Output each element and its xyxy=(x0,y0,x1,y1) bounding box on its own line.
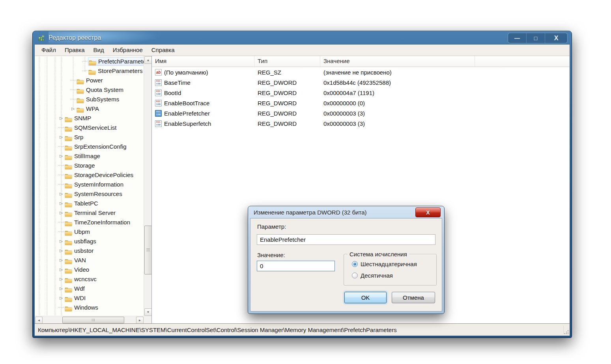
menu-item-Вид[interactable]: Вид xyxy=(89,45,108,56)
value-input[interactable]: 0 xyxy=(257,261,335,271)
tree-item-WDI[interactable]: ▷WDI xyxy=(35,293,151,303)
registry-value-row-BaseTime[interactable]: 011110BaseTimeREG_DWORD0x1d58b44c (49235… xyxy=(152,77,570,88)
tree-item-Windows[interactable]: Windows xyxy=(35,303,151,312)
registry-value-row-EnableSuperfetch[interactable]: 011110EnableSuperfetchREG_DWORD0x0000000… xyxy=(152,118,570,129)
column-header-Значение[interactable]: Значение xyxy=(320,56,475,67)
edit-dword-dialog: Изменение параметра DWORD (32 бита) X Па… xyxy=(248,206,445,314)
expand-collapsed-icon[interactable]: ▷ xyxy=(58,237,64,246)
scroll-down-icon[interactable]: ▼ xyxy=(144,308,152,316)
tree-connector xyxy=(82,66,88,76)
ok-button[interactable]: OK xyxy=(344,292,387,303)
registry-value-row-EnableBootTrace[interactable]: 011110EnableBootTraceREG_DWORD0x00000000… xyxy=(152,98,570,108)
radix-groupbox: Система исчисления Шестнадцатеричная Дес… xyxy=(344,254,437,286)
tree-vscroll-thumb[interactable] xyxy=(144,226,152,274)
expand-collapsed-icon[interactable]: ▷ xyxy=(70,104,76,114)
tree-item-SQMServiceList[interactable]: SQMServiceList xyxy=(35,123,151,133)
minimize-button[interactable]: — xyxy=(508,33,526,43)
tree-item-Power[interactable]: Power xyxy=(35,76,151,85)
expand-collapsed-icon[interactable]: ▷ xyxy=(58,256,64,265)
tree-item-StorageDevicePolicies[interactable]: StorageDevicePolicies xyxy=(35,170,151,180)
menu-item-Избранное[interactable]: Избранное xyxy=(108,45,147,56)
dialog-close-icon[interactable]: X xyxy=(415,207,441,217)
dialog-title-bar[interactable]: Изменение параметра DWORD (32 бита) X xyxy=(248,206,444,218)
tree-item-label: Quota System xyxy=(86,85,123,95)
tree-item-wcncsvc[interactable]: ▷wcncsvc xyxy=(35,274,151,284)
expand-collapsed-icon[interactable]: ▷ xyxy=(58,246,64,256)
close-button[interactable]: X xyxy=(545,33,567,43)
registry-editor-window: Редактор реестра — □ X ФайлПравкаВидИзбр… xyxy=(32,31,572,338)
tree-item-Wdf[interactable]: ▷Wdf xyxy=(35,284,151,293)
column-header-Имя[interactable]: Имя xyxy=(152,56,254,67)
menu-item-Файл[interactable]: Файл xyxy=(37,45,60,56)
tree-item-PrefetchParameters[interactable]: PrefetchParameters xyxy=(35,57,151,66)
dialog-title: Изменение параметра DWORD (32 бита) xyxy=(254,209,367,216)
tree-item-content: StillImage xyxy=(64,152,101,160)
expand-collapsed-icon[interactable]: ▷ xyxy=(58,265,64,274)
expand-collapsed-icon[interactable]: ▷ xyxy=(58,199,64,208)
scroll-up-icon[interactable]: ▲ xyxy=(144,56,152,64)
tree-item-SNMP[interactable]: ▷SNMP xyxy=(35,114,151,123)
title-bar[interactable]: Редактор реестра — □ X xyxy=(33,31,572,44)
tree-item-Quota System[interactable]: Quota System xyxy=(35,85,151,95)
menu-item-Правка[interactable]: Правка xyxy=(60,45,89,56)
tree-item-Srp[interactable]: ▷Srp xyxy=(35,133,151,142)
tree-horizontal-scrollbar[interactable]: ◄ ► xyxy=(35,316,144,323)
scroll-right-icon[interactable]: ► xyxy=(136,317,144,323)
expand-collapsed-icon[interactable]: ▷ xyxy=(58,151,64,161)
tree-item-WPA[interactable]: ▷WPA xyxy=(35,104,151,114)
value-label: Значение: xyxy=(257,252,285,258)
column-header-Тип[interactable]: Тип xyxy=(254,56,320,67)
tree-item-Video[interactable]: ▷Video xyxy=(35,265,151,274)
scroll-left-icon[interactable]: ◄ xyxy=(35,317,43,323)
tree-item-TabletPC[interactable]: ▷TabletPC xyxy=(35,199,151,208)
tree-item-label: Video xyxy=(74,265,89,274)
folder-icon xyxy=(65,125,72,131)
tree-item-label: SrpExtensionConfig xyxy=(74,142,127,151)
content-area: PrefetchParametersStoreParametersPowerQu… xyxy=(35,56,570,323)
radio-hexadecimal[interactable]: Шестнадцатеричная xyxy=(352,261,417,267)
tree-item-label: TabletPC xyxy=(74,199,98,208)
tree-item-SrpExtensionConfig[interactable]: SrpExtensionConfig xyxy=(35,142,151,151)
cancel-button[interactable]: Отмена xyxy=(392,292,435,303)
tree-connector xyxy=(58,303,64,312)
tree-item-SystemResources[interactable]: ▷SystemResources xyxy=(35,189,151,199)
menu-item-Справка[interactable]: Справка xyxy=(147,45,179,56)
tree-item-usbflags[interactable]: ▷usbflags xyxy=(35,237,151,246)
maximize-button[interactable]: □ xyxy=(526,33,545,43)
radio-selected-icon[interactable] xyxy=(352,261,358,267)
tree-item-usbstor[interactable]: ▷usbstor xyxy=(35,246,151,256)
registry-value-row-BootId[interactable]: 011110BootIdREG_DWORD0x000004a7 (1191) xyxy=(152,88,570,98)
value-name-cell: ab(По умолчанию) xyxy=(152,69,254,76)
tree-item-TimeZoneInformation[interactable]: TimeZoneInformation xyxy=(35,218,151,227)
tree-item-Storage[interactable]: Storage xyxy=(35,161,151,170)
expand-collapsed-icon[interactable]: ▷ xyxy=(58,284,64,293)
radio-unselected-icon[interactable] xyxy=(352,273,358,278)
radio-hex-label: Шестнадцатеричная xyxy=(361,261,417,267)
tree-item-StoreParameters[interactable]: StoreParameters xyxy=(35,66,151,76)
tree-item-StillImage[interactable]: ▷StillImage xyxy=(35,151,151,161)
tree-item-Ubpm[interactable]: Ubpm xyxy=(35,227,151,237)
expand-collapsed-icon[interactable]: ▷ xyxy=(58,208,64,218)
folder-icon xyxy=(77,78,84,84)
param-name-field[interactable]: EnablePrefetcher xyxy=(257,234,435,245)
tree-item-SubSystems[interactable]: SubSystems xyxy=(35,95,151,104)
tree-connector xyxy=(58,170,64,180)
registry-value-row-EnablePrefetcher[interactable]: 011110EnablePrefetcherREG_DWORD0x0000000… xyxy=(152,108,570,118)
tree-item-Terminal Server[interactable]: ▷Terminal Server xyxy=(35,208,151,218)
expand-collapsed-icon[interactable]: ▷ xyxy=(58,189,64,199)
folder-icon xyxy=(65,220,72,226)
tree-item-content: SubSystems xyxy=(76,95,120,103)
expand-collapsed-icon[interactable]: ▷ xyxy=(58,114,64,123)
tree-item-VAN[interactable]: ▷VAN xyxy=(35,256,151,265)
registry-value-row-(По умолчанию)[interactable]: ab(По умолчанию)REG_SZ(значение не присв… xyxy=(152,67,570,77)
tree-vertical-scrollbar[interactable]: ▲ ▼ xyxy=(144,56,151,316)
value-type-cell: REG_DWORD xyxy=(254,79,320,86)
tree-hscroll-thumb[interactable] xyxy=(62,317,124,323)
resize-grip-icon[interactable] xyxy=(564,330,569,334)
expand-collapsed-icon[interactable]: ▷ xyxy=(58,133,64,142)
radio-decimal[interactable]: Десятичная xyxy=(352,272,393,279)
scrollbar-corner xyxy=(144,316,151,323)
expand-collapsed-icon[interactable]: ▷ xyxy=(58,274,64,284)
tree-item-SystemInformation[interactable]: SystemInformation xyxy=(35,180,151,189)
expand-collapsed-icon[interactable]: ▷ xyxy=(58,293,64,303)
